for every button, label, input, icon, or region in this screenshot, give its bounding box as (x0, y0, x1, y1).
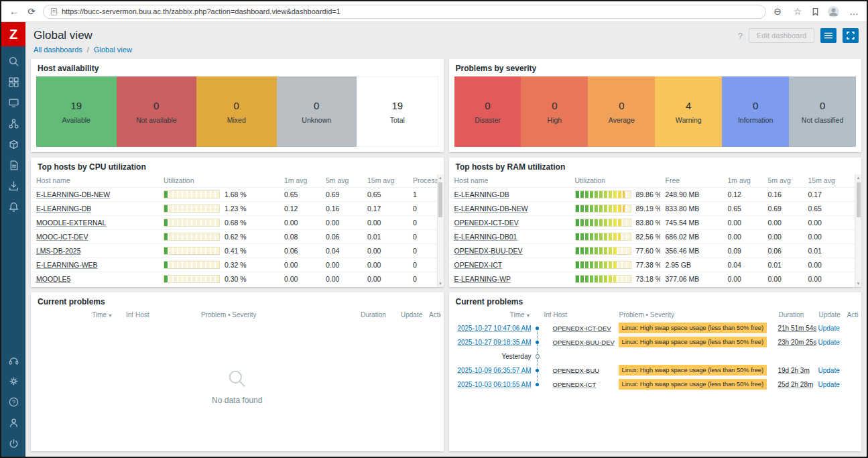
host-link[interactable]: E-LEARNING-WP (454, 275, 511, 283)
profile-avatar[interactable] (827, 5, 840, 18)
problem-severity-badge[interactable]: Linux: High swap space usage (less than … (619, 337, 767, 347)
scroll-thumb[interactable] (857, 182, 861, 217)
inventory-icon[interactable] (7, 138, 19, 150)
column-header[interactable]: Utilization (158, 175, 279, 187)
column-header[interactable]: Duration (358, 310, 398, 321)
availability-cell[interactable]: 19Available (36, 76, 117, 147)
column-header[interactable]: Free (660, 175, 723, 187)
column-header[interactable]: 15m avg (362, 175, 408, 187)
update-link[interactable]: Update (818, 339, 840, 346)
host-link[interactable]: E-LEARNING-DB (36, 205, 91, 213)
host-link[interactable]: E-LEARNING-DB-NEW (454, 205, 528, 213)
alerts-icon[interactable] (7, 201, 19, 213)
scroll-down-icon[interactable]: ▼ (855, 282, 861, 286)
problem-severity-badge[interactable]: Linux: High swap space usage (less than … (619, 365, 767, 376)
column-header[interactable]: 15m avg (803, 175, 862, 187)
column-header[interactable]: Utilization (570, 175, 660, 187)
problem-duration-link[interactable]: 19d 2h 3m (778, 367, 810, 374)
problem-duration-link[interactable]: 21h 51m 54s (778, 325, 816, 332)
host-link[interactable]: E-LEARNING-WEB (36, 261, 98, 269)
column-header[interactable]: Host (133, 310, 198, 321)
host-link[interactable]: MOODLE5 (36, 275, 70, 283)
breadcrumb-current[interactable]: Global view (94, 46, 132, 54)
scrollbar[interactable]: ▲ ▼ (437, 174, 444, 287)
column-header[interactable]: 5m avg (320, 175, 362, 187)
scroll-down-icon[interactable]: ▼ (438, 282, 444, 286)
availability-cell[interactable]: 19Total (357, 76, 438, 147)
host-link[interactable]: OPENEDX-ICT (454, 261, 503, 269)
availability-cell[interactable]: 0Mixed (196, 76, 277, 147)
availability-cell[interactable]: 0Not available (117, 76, 197, 147)
column-header[interactable]: 5m avg (763, 175, 803, 187)
monitoring-icon[interactable] (7, 97, 19, 109)
host-link[interactable]: OPENEDX-ICT-DEV (553, 325, 611, 332)
column-header[interactable]: Update (398, 310, 426, 321)
problem-severity-badge[interactable]: Linux: High swap space usage (less than … (619, 323, 767, 333)
problem-time-link[interactable]: 2025-10-27 09:18:35 AM (457, 339, 531, 346)
severity-cell[interactable]: 0Information (722, 76, 789, 147)
column-header[interactable]: Info (123, 310, 133, 321)
column-header[interactable]: Time ▼ (34, 310, 115, 321)
column-header[interactable]: Actions (845, 310, 859, 321)
bookmark-icon[interactable] (812, 7, 819, 16)
user-icon[interactable] (7, 416, 19, 428)
column-header[interactable]: Host name (449, 175, 570, 187)
severity-cell[interactable]: 4Warning (655, 76, 722, 147)
problem-time-link[interactable]: 2025-10-09 06:35:57 AM (457, 367, 531, 374)
help-icon[interactable]: ? (738, 31, 743, 41)
browser-menu-icon[interactable]: … (848, 7, 860, 16)
severity-cell[interactable]: 0High (521, 76, 588, 147)
host-link[interactable]: E-LEARNING-DB-NEW (36, 190, 110, 198)
help-icon[interactable]: ? (7, 396, 19, 408)
column-header[interactable]: Problem • Severity (617, 310, 776, 321)
host-link[interactable]: OPENEDX-BUU-DEV (553, 339, 615, 346)
host-link[interactable]: LMS-DB-2025 (36, 247, 81, 255)
zabbix-logo[interactable]: Z (1, 22, 25, 46)
update-link[interactable]: Update (818, 325, 840, 332)
problem-time-link[interactable]: 2025-10-03 06:10:55 AM (457, 381, 531, 388)
dashboards-icon[interactable] (7, 76, 19, 88)
refresh-icon[interactable]: ⟳ (25, 7, 38, 16)
host-link[interactable]: OPENEDX-BUU (553, 367, 600, 374)
kiosk-mode-icon[interactable] (820, 28, 836, 43)
update-link[interactable]: Update (818, 381, 840, 388)
column-header[interactable]: Host name (31, 175, 158, 187)
integrations-icon[interactable] (7, 375, 19, 387)
reports-icon[interactable] (7, 159, 19, 171)
availability-cell[interactable]: 0Unknown (277, 76, 357, 147)
fullscreen-icon[interactable] (843, 28, 859, 43)
column-header[interactable]: 1m avg (723, 175, 763, 187)
column-header[interactable]: Time ▼ (452, 310, 534, 321)
scrollbar[interactable]: ▲ ▼ (855, 174, 861, 287)
column-header[interactable]: Problem • Severity (198, 310, 358, 321)
breadcrumb-all-dashboards[interactable]: All dashboards (34, 46, 82, 54)
tracking-prevention-icon[interactable]: ⊖ (771, 7, 784, 16)
data-collection-icon[interactable] (7, 180, 19, 192)
problem-severity-badge[interactable]: Linux: High swap space usage (less than … (619, 379, 767, 390)
column-header[interactable]: Actions (426, 310, 441, 321)
column-header[interactable]: 1m avg (279, 175, 320, 187)
scroll-up-icon[interactable]: ▲ (438, 176, 444, 180)
column-header[interactable]: Info (542, 310, 551, 321)
update-link[interactable]: Update (818, 367, 840, 374)
scroll-up-icon[interactable]: ▲ (855, 176, 861, 180)
url-bar[interactable]: https://bucc-servermon.buu.ac.th/zabbix.… (43, 5, 766, 19)
host-link[interactable]: MOODLE-EXTERNAL (36, 219, 106, 227)
host-link[interactable]: OPENEDX-BUU-DEV (454, 247, 523, 255)
favorite-star-icon[interactable]: ☆ (792, 7, 804, 16)
problem-time-link[interactable]: 2025-10-27 10:47:06 AM (457, 325, 531, 332)
problem-duration-link[interactable]: 25d 2h 28m (778, 381, 814, 388)
back-icon[interactable]: ← (8, 7, 20, 16)
support-icon[interactable] (7, 354, 19, 366)
column-header[interactable]: Update (816, 310, 845, 321)
search-icon[interactable] (7, 55, 19, 67)
host-link[interactable]: OPENEDX-ICT-DEV (454, 219, 519, 227)
edit-dashboard-button[interactable]: Edit dashboard (749, 28, 814, 43)
signout-icon[interactable] (7, 437, 19, 449)
host-link[interactable]: E-LEARNING-DB (454, 190, 509, 198)
severity-cell[interactable]: 0Disaster (454, 76, 521, 147)
problem-duration-link[interactable]: 23h 20m 25s (778, 339, 816, 346)
column-header[interactable]: Host (551, 310, 617, 321)
host-link[interactable]: E-LEARNING-DB01 (454, 233, 517, 241)
services-icon[interactable] (7, 117, 19, 129)
